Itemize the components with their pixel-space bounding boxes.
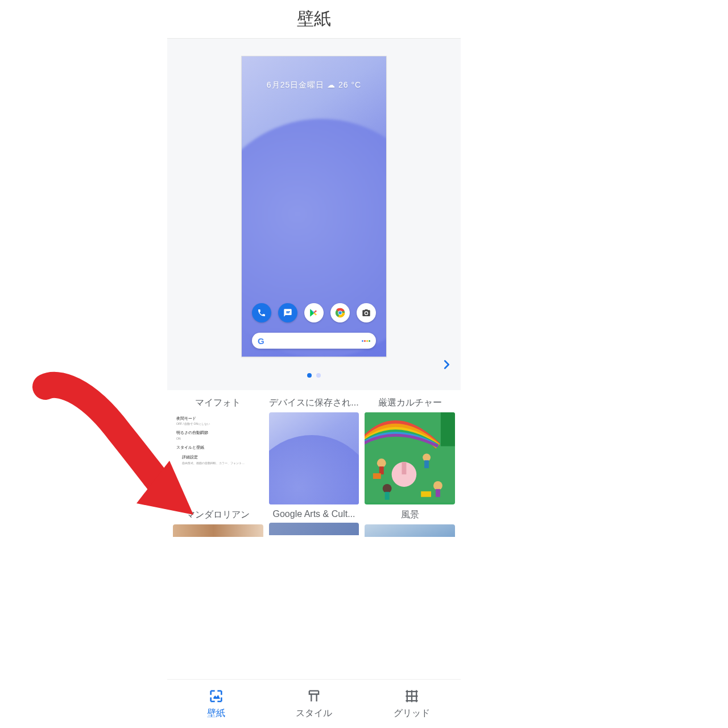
tab-style[interactable]: スタイル [265,680,363,728]
category-title: デバイスに保存され... [269,397,359,409]
wallpaper-icon [208,688,224,704]
category-thumb [269,412,359,504]
svg-point-9 [377,458,386,468]
wallpaper-settings-app: 壁紙 6月25日金曜日 ☁ 26 °C [167,0,461,728]
camera-icon [357,303,376,322]
category-landscape[interactable]: 風景 [365,509,455,537]
category-thumb [269,523,359,535]
svg-rect-14 [436,489,440,497]
category-thumb [365,412,455,504]
next-preview-button[interactable] [440,358,453,371]
svg-point-15 [383,484,392,493]
wallpaper-preview-area: 6月25日金曜日 ☁ 26 °C [167,39,461,390]
google-search-bar: G [252,333,376,349]
bottom-navigation: 壁紙 スタイル グリッド [167,679,461,728]
wallpaper-categories: マイフォト 夜間モードOFF / 自動で ON にしない 明るさの自動調節ON … [167,390,461,537]
page-dot-2[interactable] [316,373,321,378]
date-weather-widget: 6月25日金曜日 ☁ 26 °C [267,80,361,90]
svg-point-11 [423,453,431,461]
svg-rect-10 [379,466,384,474]
tab-label: グリッド [394,708,430,719]
category-title: マイフォト [173,397,263,409]
category-title: マンダロリアン [173,509,263,521]
svg-point-3 [338,311,342,315]
category-title: 厳選カルチャー [365,397,455,409]
play-store-icon [304,303,324,322]
category-title: 風景 [365,509,455,521]
tab-label: 壁紙 [207,708,225,719]
svg-rect-17 [373,473,381,479]
tab-wallpaper[interactable]: 壁紙 [167,680,265,728]
svg-point-4 [365,312,367,315]
svg-rect-16 [385,492,390,500]
category-thumb: 夜間モードOFF / 自動で ON にしない 明るさの自動調節ON スタイルと壁… [173,412,263,504]
home-screen-preview[interactable]: 6月25日金曜日 ☁ 26 °C [241,56,387,357]
category-title: Google Arts & Cult... [269,509,359,519]
category-thumb [365,524,455,537]
chevron-down-icon: ⌄ [173,479,176,486]
tab-label: スタイル [296,708,332,719]
preview-pagination[interactable] [307,373,321,378]
svg-rect-18 [421,491,431,497]
category-my-photos[interactable]: マイフォト 夜間モードOFF / 自動で ON にしない 明るさの自動調節ON … [173,397,263,504]
svg-point-13 [433,481,442,490]
category-arts-culture[interactable]: Google Arts & Cult... [269,509,359,537]
svg-rect-8 [402,462,407,474]
category-mandalorian[interactable]: マンダロリアン [173,509,263,537]
tab-grid[interactable]: グリッド [363,680,461,728]
category-thumb [173,524,263,537]
page-dot-1[interactable] [307,373,312,378]
svg-rect-12 [424,460,429,468]
svg-rect-6 [441,412,455,446]
messages-icon [278,303,297,322]
google-logo-icon: G [258,336,264,346]
page-title: 壁紙 [167,0,461,39]
app-dock [252,303,376,322]
assistant-icon [362,340,370,342]
phone-icon [252,303,271,322]
grid-icon [404,688,420,704]
style-icon [306,688,322,704]
chrome-icon [330,303,350,322]
category-on-device[interactable]: デバイスに保存され... [269,397,359,504]
category-curated-culture[interactable]: 厳選カルチャー [365,397,455,504]
